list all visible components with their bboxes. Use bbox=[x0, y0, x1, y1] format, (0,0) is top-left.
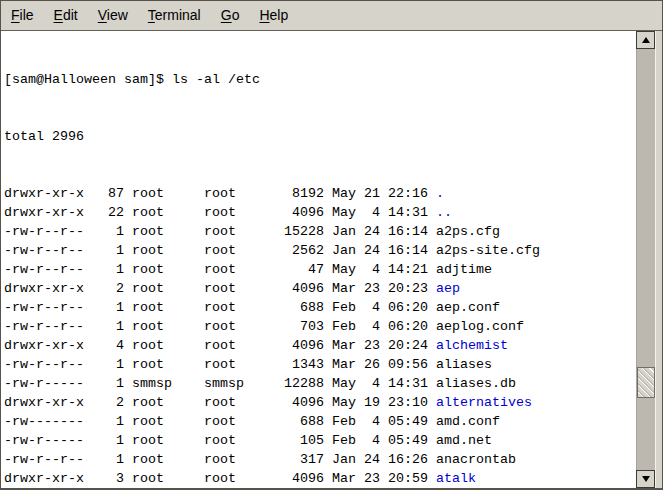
scrollbar bbox=[636, 31, 655, 488]
file-name: alchemist bbox=[436, 338, 508, 353]
menu-item-terminal[interactable]: Terminal bbox=[138, 1, 211, 30]
file-name: aep bbox=[436, 281, 460, 296]
file-list: drwxr-xr-x 87 root root 8192 May 21 22:1… bbox=[4, 184, 636, 488]
terminal-window: FileEditViewTerminalGoHelp [sam@Hallowee… bbox=[0, 0, 663, 490]
prompt-line: [sam@Halloween sam]$ls -al /etc bbox=[4, 70, 636, 89]
file-attributes: drwxr-xr-x 4 root root 4096 Mar 23 20:24 bbox=[4, 338, 436, 353]
file-name: aep.conf bbox=[436, 300, 500, 315]
file-row: -rw-r----- 1 root root 105 Feb 4 05:49 a… bbox=[4, 431, 636, 450]
menu-mnemonic: G bbox=[221, 7, 232, 23]
file-attributes: -rw-r--r-- 1 root root 317 Jan 24 16:26 bbox=[4, 452, 436, 467]
file-attributes: -rw-r--r-- 1 root root 2562 Jan 24 16:14 bbox=[4, 243, 436, 258]
total-line: total 2996 bbox=[4, 127, 636, 146]
window-content: [sam@Halloween sam]$ls -al /etc total 29… bbox=[1, 31, 662, 488]
file-name: . bbox=[436, 186, 444, 201]
file-row: drwxr-xr-x 4 root root 4096 Mar 23 20:24… bbox=[4, 336, 636, 355]
file-row: drwxr-xr-x 22 root root 4096 May 4 14:31… bbox=[4, 203, 636, 222]
file-row: drwxr-xr-x 87 root root 8192 May 21 22:1… bbox=[4, 184, 636, 203]
file-name: amd.net bbox=[436, 433, 492, 448]
file-row: -rw-r--r-- 1 root root 1343 Mar 26 09:56… bbox=[4, 355, 636, 374]
file-row: -rw-r--r-- 1 root root 47 May 4 14:21 ad… bbox=[4, 260, 636, 279]
file-attributes: drwxr-xr-x 2 root root 4096 May 19 23:10 bbox=[4, 395, 436, 410]
file-row: drwxr-xr-x 3 root root 4096 Mar 23 20:59… bbox=[4, 469, 636, 488]
triangle-down-icon bbox=[642, 476, 650, 482]
file-name: a2ps.cfg bbox=[436, 224, 500, 239]
file-name: a2ps-site.cfg bbox=[436, 243, 540, 258]
menu-mnemonic: H bbox=[259, 7, 269, 23]
file-row: -rw-r--r-- 1 root root 317 Jan 24 16:26 … bbox=[4, 450, 636, 469]
scroll-up-button[interactable] bbox=[636, 31, 655, 49]
file-attributes: -rw-r--r-- 1 root root 47 May 4 14:21 bbox=[4, 262, 436, 277]
menu-bar: FileEditViewTerminalGoHelp bbox=[1, 1, 662, 31]
terminal-output[interactable]: [sam@Halloween sam]$ls -al /etc total 29… bbox=[1, 31, 636, 488]
file-attributes: drwxr-xr-x 22 root root 4096 May 4 14:31 bbox=[4, 205, 436, 220]
file-attributes: -rw-r----- 1 root root 105 Feb 4 05:49 bbox=[4, 433, 436, 448]
file-name: atalk bbox=[436, 471, 476, 486]
file-name: alternatives bbox=[436, 395, 532, 410]
file-name: aeplog.conf bbox=[436, 319, 524, 334]
file-attributes: -rw-r--r-- 1 root root 703 Feb 4 06:20 bbox=[4, 319, 436, 334]
file-attributes: drwxr-xr-x 3 root root 4096 Mar 23 20:59 bbox=[4, 471, 436, 486]
scrollbar-trough[interactable] bbox=[636, 49, 655, 470]
shell-command: ls -al /etc bbox=[164, 72, 260, 87]
menu-mnemonic: T bbox=[148, 7, 155, 23]
menu-mnemonic: F bbox=[11, 7, 20, 23]
file-name: .. bbox=[436, 205, 452, 220]
menu-mnemonic: E bbox=[54, 7, 63, 23]
window-right-edge bbox=[655, 31, 662, 488]
file-row: -rw-r--r-- 1 root root 15228 Jan 24 16:1… bbox=[4, 222, 636, 241]
file-row: -rw-r--r-- 1 root root 703 Feb 4 06:20 a… bbox=[4, 317, 636, 336]
menu-item-file[interactable]: File bbox=[1, 1, 44, 30]
triangle-up-icon bbox=[642, 37, 650, 43]
menu-item-help[interactable]: Help bbox=[249, 1, 298, 30]
file-name: amd.conf bbox=[436, 414, 500, 429]
file-row: -rw-r----- 1 smmsp smmsp 12288 May 4 14:… bbox=[4, 374, 636, 393]
file-name: aliases.db bbox=[436, 376, 516, 391]
shell-prompt: [sam@Halloween sam]$ bbox=[4, 72, 164, 87]
file-attributes: -rw-r--r-- 1 root root 688 Feb 4 06:20 bbox=[4, 300, 436, 315]
menu-item-go[interactable]: Go bbox=[211, 1, 250, 30]
file-name: anacrontab bbox=[436, 452, 516, 467]
file-attributes: -rw-r--r-- 1 root root 1343 Mar 26 09:56 bbox=[4, 357, 436, 372]
file-attributes: -rw------- 1 root root 688 Feb 4 05:49 bbox=[4, 414, 436, 429]
menu-item-edit[interactable]: Edit bbox=[44, 1, 88, 30]
menu-mnemonic: V bbox=[98, 7, 107, 23]
menu-item-view[interactable]: View bbox=[88, 1, 138, 30]
scroll-down-button[interactable] bbox=[636, 470, 655, 488]
file-row: -rw-r--r-- 1 root root 2562 Jan 24 16:14… bbox=[4, 241, 636, 260]
file-row: drwxr-xr-x 2 root root 4096 May 19 23:10… bbox=[4, 393, 636, 412]
file-name: aliases bbox=[436, 357, 492, 372]
file-row: drwxr-xr-x 2 root root 4096 Mar 23 20:23… bbox=[4, 279, 636, 298]
file-attributes: drwxr-xr-x 2 root root 4096 Mar 23 20:23 bbox=[4, 281, 436, 296]
file-row: -rw-r--r-- 1 root root 688 Feb 4 06:20 a… bbox=[4, 298, 636, 317]
file-row: -rw------- 1 root root 688 Feb 4 05:49 a… bbox=[4, 412, 636, 431]
file-attributes: -rw-r----- 1 smmsp smmsp 12288 May 4 14:… bbox=[4, 376, 436, 391]
file-name: adjtime bbox=[436, 262, 492, 277]
file-attributes: -rw-r--r-- 1 root root 15228 Jan 24 16:1… bbox=[4, 224, 436, 239]
file-attributes: drwxr-xr-x 87 root root 8192 May 21 22:1… bbox=[4, 186, 436, 201]
scrollbar-thumb[interactable] bbox=[637, 367, 655, 398]
